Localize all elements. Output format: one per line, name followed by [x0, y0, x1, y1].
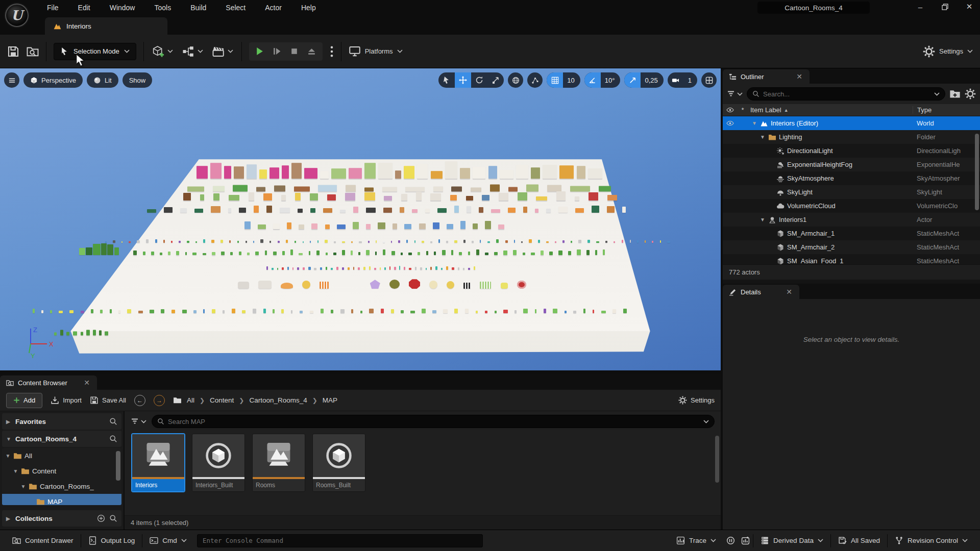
forward-icon[interactable]: →: [154, 395, 165, 406]
filter-dropdown[interactable]: [131, 417, 146, 425]
expanded-triangle-icon[interactable]: ▼: [13, 468, 18, 474]
platforms-dropdown[interactable]: Platforms: [349, 45, 403, 58]
output-log-button[interactable]: Output Log: [81, 530, 142, 551]
breadcrumb-map[interactable]: MAP: [323, 396, 337, 404]
tab-interiors-level[interactable]: Interiors: [45, 17, 167, 35]
world-coordinate-icon[interactable]: [508, 72, 523, 88]
grid-snap-control[interactable]: 10: [547, 72, 580, 88]
asset-search-box[interactable]: [152, 415, 715, 428]
folder-tree-item-all[interactable]: ▼All: [2, 448, 121, 463]
content-drawer-button[interactable]: Content Drawer: [5, 530, 81, 551]
breadcrumb-all[interactable]: All: [187, 396, 194, 404]
perspective-dropdown[interactable]: Perspective: [23, 72, 83, 88]
rotation-snap-control[interactable]: 10°: [584, 72, 621, 88]
surface-snapping-icon[interactable]: [527, 72, 543, 88]
add-actor-dropdown[interactable]: [151, 43, 174, 60]
view-mode-dropdown[interactable]: Lit: [87, 72, 118, 88]
outliner-row-skyatmosphere[interactable]: SkyAtmosphereSkyAtmospher: [723, 171, 980, 185]
outliner-row-volumetriccloud[interactable]: VolumetricCloudVolumetricClo: [723, 199, 980, 213]
close-icon[interactable]: ✕: [964, 1, 975, 12]
menu-actor[interactable]: Actor: [263, 3, 284, 13]
minimize-icon[interactable]: –: [915, 1, 926, 12]
create-folder-icon[interactable]: [949, 88, 961, 99]
all-saved-button[interactable]: All Saved: [831, 530, 887, 551]
outliner-row-interiors-editor-[interactable]: ▼Interiors (Editor)World: [723, 116, 980, 130]
outliner-row-exponentialheightfog[interactable]: ExponentialHeightFogExponentialHe: [723, 158, 980, 171]
outliner-tab[interactable]: Outliner ✕: [723, 69, 810, 84]
cmd-dropdown[interactable]: Cmd: [142, 530, 194, 551]
outliner-row-interiors1[interactable]: ▼Interiors1Actor: [723, 213, 980, 227]
expanded-triangle-icon[interactable]: ▼: [5, 453, 11, 459]
menu-help[interactable]: Help: [299, 3, 318, 13]
insights-snapshot-icon[interactable]: [738, 530, 753, 551]
tree-scrollbar[interactable]: [116, 451, 120, 481]
search-icon[interactable]: [109, 417, 117, 425]
insights-session-icon[interactable]: [723, 530, 738, 551]
content-browser-settings-dropdown[interactable]: Settings: [678, 396, 715, 405]
frame-skip-button[interactable]: [270, 44, 285, 59]
restore-icon[interactable]: [939, 1, 950, 12]
viewport-options-menu[interactable]: [4, 72, 19, 88]
add-button[interactable]: Add: [6, 393, 42, 408]
close-icon[interactable]: ✕: [83, 379, 91, 387]
menu-edit[interactable]: Edit: [76, 3, 92, 13]
stop-button[interactable]: [287, 44, 302, 59]
menu-build[interactable]: Build: [188, 3, 208, 13]
content-browser-tab[interactable]: Content Browser ✕: [0, 375, 97, 390]
breadcrumb-content[interactable]: Content: [210, 396, 234, 404]
asset-tile-rooms[interactable]: Rooms: [252, 434, 305, 492]
expanded-triangle-icon[interactable]: ▼: [751, 120, 757, 126]
outliner-row-sm-asian-food-1[interactable]: SM_Asian_Food_1StaticMeshAct: [723, 254, 980, 264]
menu-file[interactable]: File: [45, 3, 61, 13]
camera-speed-control[interactable]: 1: [668, 72, 697, 88]
asset-tile-rooms_built[interactable]: Rooms_Built: [312, 434, 365, 492]
outliner-settings-gear-icon[interactable]: [965, 88, 976, 99]
project-section[interactable]: ▼ Cartoon_Rooms_4: [2, 431, 121, 447]
move-tool[interactable]: [455, 72, 471, 88]
revision-control-dropdown[interactable]: Revision Control: [888, 530, 975, 551]
rotate-tool[interactable]: [471, 72, 487, 88]
play-button[interactable]: [252, 44, 267, 59]
folder-tree-item-map[interactable]: MAP: [2, 494, 121, 505]
expanded-triangle-icon[interactable]: ▼: [760, 217, 766, 222]
menu-select[interactable]: Select: [224, 3, 248, 13]
details-tab[interactable]: Details ✕: [723, 285, 799, 299]
menu-window[interactable]: Window: [108, 3, 137, 13]
browse-content-button[interactable]: [27, 45, 39, 58]
folder-tree-item-content[interactable]: ▼Content: [2, 463, 121, 479]
trace-dropdown[interactable]: Trace: [669, 530, 723, 551]
back-icon[interactable]: ←: [134, 395, 145, 406]
blueprints-dropdown[interactable]: [181, 43, 204, 60]
menu-tools[interactable]: Tools: [152, 3, 173, 13]
collections-section[interactable]: ▶ Collections: [2, 510, 121, 527]
maximize-viewport-icon[interactable]: [701, 72, 717, 88]
eject-button[interactable]: [304, 44, 320, 59]
visibility-column-eye-icon[interactable]: [723, 106, 737, 114]
folder-tree-item-cartoon-rooms-[interactable]: ▼Cartoon_Rooms_: [2, 479, 121, 494]
outliner-scrollbar[interactable]: [975, 134, 979, 210]
show-dropdown[interactable]: Show: [122, 72, 153, 88]
type-column-header[interactable]: Type: [913, 106, 980, 114]
outliner-search-input[interactable]: [763, 90, 930, 98]
scale-tool[interactable]: [487, 72, 504, 88]
search-icon[interactable]: [109, 435, 117, 443]
selection-mode-dropdown[interactable]: Selection Mode: [54, 43, 136, 60]
outliner-row-sm-armchair-2[interactable]: SM_Armchair_2StaticMeshAct: [723, 240, 980, 254]
asset-search-input[interactable]: [168, 418, 700, 425]
unreal-engine-logo[interactable]: U: [5, 4, 29, 27]
console-command-input[interactable]: [197, 534, 483, 547]
cinematics-dropdown[interactable]: [211, 43, 234, 60]
outliner-row-lighting[interactable]: ▼LightingFolder: [723, 130, 980, 144]
asset-tile-interiors_built[interactable]: Interiors_Built: [192, 434, 245, 492]
asset-tile-interiors[interactable]: Interiors: [132, 434, 185, 492]
select-tool[interactable]: [438, 72, 455, 88]
search-icon[interactable]: [109, 514, 117, 522]
outliner-row-sm-armchair-1[interactable]: SM_Armchair_1StaticMeshAct: [723, 227, 980, 240]
pin-column-header[interactable]: *: [737, 106, 748, 114]
save-all-button[interactable]: Save All: [90, 396, 126, 405]
expanded-triangle-icon[interactable]: ▼: [760, 134, 766, 140]
visibility-eye-icon[interactable]: [723, 119, 737, 127]
add-collection-icon[interactable]: [97, 514, 105, 522]
settings-dropdown[interactable]: Settings: [923, 45, 973, 58]
scale-snap-control[interactable]: 0,25: [624, 72, 663, 88]
